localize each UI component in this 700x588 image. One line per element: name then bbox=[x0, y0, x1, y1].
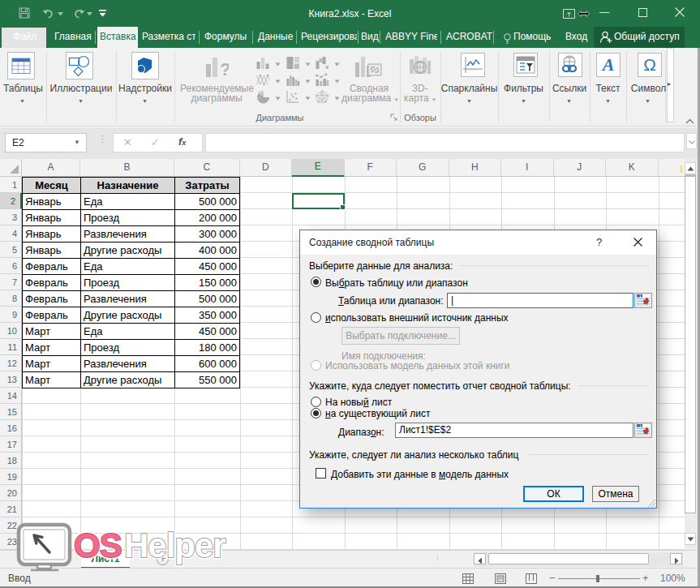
svg-text:?: ? bbox=[220, 59, 229, 79]
svg-text:Helper: Helper bbox=[124, 526, 225, 564]
svg-text:OS: OS bbox=[74, 526, 122, 564]
